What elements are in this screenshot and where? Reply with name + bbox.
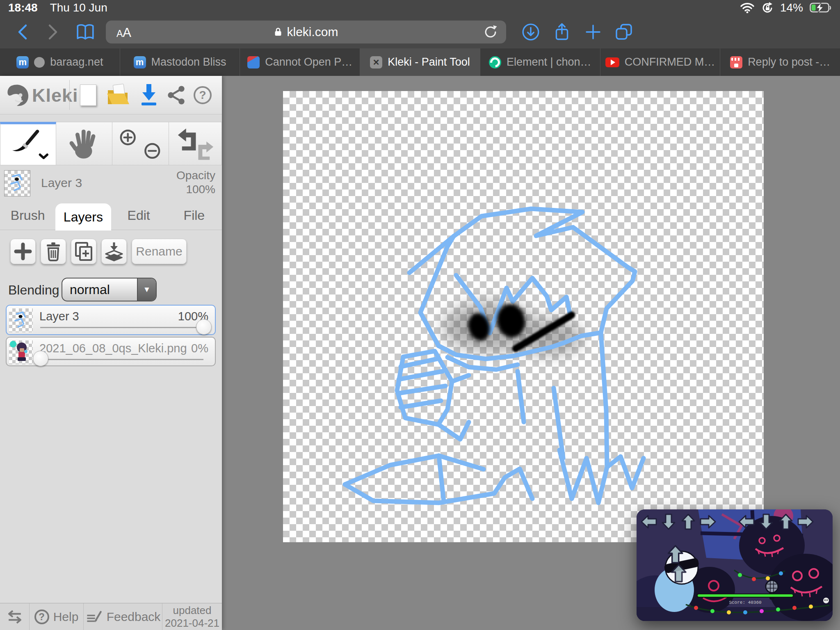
back-button[interactable] xyxy=(10,16,34,48)
tab-cannot-open[interactable]: Cannot Open P… xyxy=(240,48,360,76)
storefront-icon xyxy=(730,56,742,68)
hand-tool[interactable] xyxy=(56,122,112,165)
rotation-lock-icon xyxy=(761,2,774,14)
kleki-header: Kleki xyxy=(0,76,222,114)
rename-layer-button[interactable]: Rename xyxy=(132,239,187,264)
layer-item[interactable]: 2021_06_08_0qs_Kleki.png 0% xyxy=(6,337,216,366)
url-text: kleki.com xyxy=(287,25,338,39)
layer-item-selected[interactable]: Layer 3 100% xyxy=(6,305,216,335)
layer-thumbnail xyxy=(9,340,33,364)
opacity-slider-knob[interactable] xyxy=(196,319,212,335)
drawing-canvas[interactable] xyxy=(283,91,764,542)
layer-thumbnail[interactable] xyxy=(4,170,30,196)
hand-icon xyxy=(69,128,99,160)
opacity-slider-track[interactable] xyxy=(40,359,203,360)
kleki-panel: Kleki xyxy=(0,76,222,630)
browser-toolbar: AA kleki.com xyxy=(0,16,840,48)
delete-layer-button[interactable] xyxy=(41,239,66,264)
address-bar[interactable]: AA kleki.com xyxy=(106,21,506,43)
new-image-button[interactable] xyxy=(76,76,100,114)
battery-icon xyxy=(810,2,832,14)
duplicate-icon xyxy=(73,241,94,262)
plus-icon xyxy=(12,241,34,262)
question-icon: ? xyxy=(194,86,212,104)
undo-button[interactable] xyxy=(178,128,196,151)
kleki-logo-icon xyxy=(6,84,29,106)
panel-tab-bar: Brush Layers Edit File xyxy=(0,201,222,230)
tab-mastodon-bliss[interactable]: m Mastodon Bliss xyxy=(120,48,240,76)
brush-icon xyxy=(6,125,51,165)
lock-icon xyxy=(274,27,283,37)
zoom-in-button[interactable] xyxy=(121,130,135,144)
merge-layer-button[interactable] xyxy=(101,239,127,264)
zoom-out-button[interactable] xyxy=(145,144,159,158)
battery-percent: 14% xyxy=(780,1,803,14)
tab-file[interactable]: File xyxy=(167,201,222,230)
tool-row xyxy=(0,122,222,165)
pip-video[interactable]: Score: 40360 xyxy=(637,509,833,621)
help-link[interactable]: ? Help xyxy=(30,603,84,630)
reload-button[interactable] xyxy=(482,24,499,42)
question-icon: ? xyxy=(34,609,49,624)
mastodon-icon: m xyxy=(134,56,146,68)
version-label: updated 2021-04-21 xyxy=(162,603,222,630)
youtube-icon xyxy=(605,57,619,67)
close-tab-icon[interactable]: ✕ xyxy=(370,56,382,68)
chevron-down-icon xyxy=(40,155,47,158)
status-bar: 18:48 Thu 10 Jun 14% xyxy=(0,0,840,16)
layer-opacity: 0% xyxy=(191,342,208,355)
ipad-screen: 18:48 Thu 10 Jun 14% xyxy=(0,0,840,630)
redo-button[interactable] xyxy=(198,142,213,160)
fnf-gameplay-frame: Score: 40360 xyxy=(637,509,833,621)
tab-layers[interactable]: Layers xyxy=(55,203,111,231)
layers-pane: Rename Blending normal ▼ Layer 3 100% xyxy=(0,230,222,603)
game-favicon-icon xyxy=(247,56,260,68)
share-button[interactable] xyxy=(549,16,575,48)
blending-label: Blending xyxy=(8,283,59,298)
kleki-logo-text: Kleki xyxy=(32,85,78,106)
downloads-button[interactable] xyxy=(518,16,544,48)
swap-button[interactable] xyxy=(0,603,30,630)
reader-button[interactable]: AA xyxy=(116,21,131,43)
blending-select[interactable]: normal ▼ xyxy=(62,278,157,301)
blending-value: normal xyxy=(62,282,137,297)
save-button[interactable] xyxy=(135,76,162,114)
trash-icon xyxy=(43,241,64,262)
tab-element[interactable]: Element | chon… xyxy=(480,48,600,76)
active-layer-name: Layer 3 xyxy=(41,176,82,190)
opacity-readout: Opacity 100% xyxy=(176,169,215,196)
clock: 18:48 xyxy=(8,1,38,14)
panel-footer: ? Help Feedback updated 2021-04-21 xyxy=(0,603,222,630)
tab-baraag[interactable]: m baraag.net xyxy=(0,48,120,76)
swap-arrows-icon xyxy=(5,609,24,625)
download-arrow-icon xyxy=(138,83,160,107)
new-tab-button[interactable] xyxy=(580,16,606,48)
tab-kleki-active[interactable]: ✕ Kleki - Paint Tool xyxy=(360,48,480,76)
opacity-slider-track[interactable] xyxy=(40,327,203,328)
layer-name: 2021_06_08_0qs_Kleki.png xyxy=(39,342,187,355)
add-layer-button[interactable] xyxy=(10,239,36,264)
forward-button[interactable] xyxy=(41,16,66,48)
brush-tool[interactable] xyxy=(0,122,56,165)
undo-redo-cell xyxy=(169,122,222,165)
tab-reply-post[interactable]: Reply to post -… xyxy=(720,48,840,76)
opacity-slider-knob[interactable] xyxy=(33,351,48,366)
folder-icon xyxy=(106,84,131,107)
element-icon xyxy=(489,56,501,68)
bookmarks-button[interactable] xyxy=(72,16,98,48)
feedback-link[interactable]: Feedback xyxy=(84,603,162,630)
date-label: Thu 10 Jun xyxy=(50,1,107,14)
tabs-overview-button[interactable] xyxy=(610,16,637,48)
tab-edit[interactable]: Edit xyxy=(111,201,167,230)
open-file-button[interactable] xyxy=(104,76,133,114)
select-arrow-icon: ▼ xyxy=(137,278,156,301)
tab-youtube[interactable]: CONFIRMED M… xyxy=(600,48,721,76)
blank-page-icon xyxy=(80,84,96,106)
tab-brush[interactable]: Brush xyxy=(0,201,55,230)
duplicate-layer-button[interactable] xyxy=(71,239,96,264)
layer-thumbnail xyxy=(9,308,33,332)
active-layer-preview: Layer 3 Opacity 100% xyxy=(0,165,222,201)
help-button[interactable]: ? xyxy=(189,76,216,114)
tab-strip: m baraag.net m Mastodon Bliss Cannot Ope… xyxy=(0,48,840,76)
share-project-button[interactable] xyxy=(164,76,188,114)
